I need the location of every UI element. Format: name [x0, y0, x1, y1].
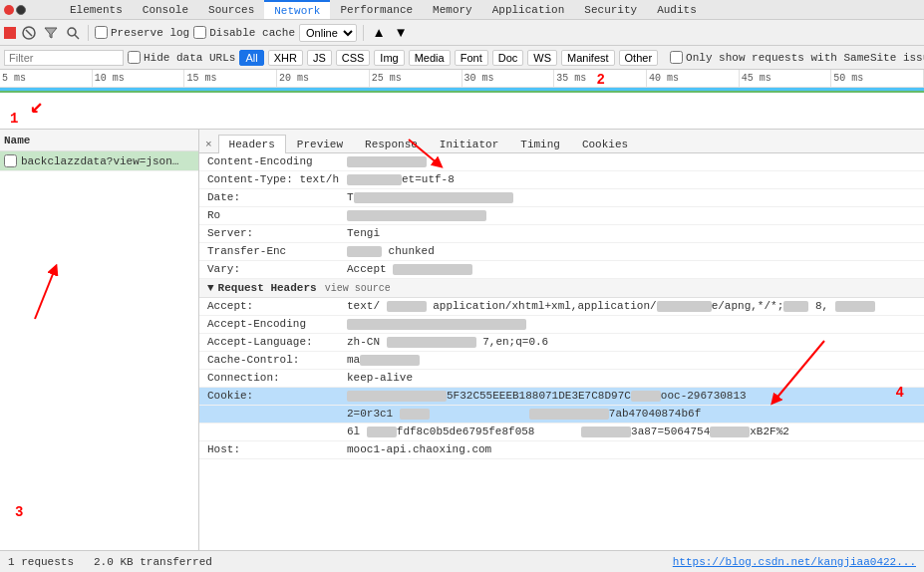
- cookie-row2-value: 2=0r3c1 7ab47040874b6f: [347, 408, 916, 420]
- download-button[interactable]: ▼: [392, 24, 410, 42]
- filter-js-btn[interactable]: JS: [307, 50, 332, 66]
- date-value: T: [347, 191, 916, 203]
- menu-security[interactable]: Security: [574, 0, 647, 19]
- disable-cache-label[interactable]: Disable cache: [193, 26, 295, 39]
- server-value: Tengi: [347, 227, 916, 239]
- content-encoding-value: [347, 155, 916, 167]
- cache-control-value: ma: [347, 354, 916, 366]
- filter-bar: Hide data URLs All XHR JS CSS Img Media …: [0, 46, 924, 70]
- vary-value: Accept: [347, 263, 916, 275]
- req-header-cache-control: Cache-Control: ma: [199, 352, 924, 370]
- server-key: Server:: [207, 227, 347, 239]
- filter-css-btn[interactable]: CSS: [336, 50, 371, 66]
- status-link[interactable]: https://blog.csdn.net/kangjiaa0422...: [673, 556, 916, 568]
- timeline-bars: ↙: [0, 88, 924, 129]
- request-name[interactable]: backclazzdata?view=json&rss...: [21, 155, 180, 167]
- menu-memory[interactable]: Memory: [423, 0, 482, 19]
- annotation-3: 3: [15, 504, 23, 520]
- search-button[interactable]: [64, 24, 82, 42]
- clear-button[interactable]: [20, 24, 38, 42]
- content-type-value: et=utf-8: [347, 173, 916, 185]
- hide-data-urls-label[interactable]: Hide data URLs: [128, 51, 235, 64]
- timeline-ruler: 5 ms 10 ms 15 ms 20 ms 25 ms 30 ms 35 ms…: [0, 70, 924, 88]
- tab-initiator[interactable]: Initiator: [429, 135, 509, 153]
- toolbar: Preserve log Disable cache Online ▲ ▼: [0, 20, 924, 46]
- cache-control-key: Cache-Control:: [207, 354, 347, 366]
- preserve-log-checkbox[interactable]: [95, 26, 108, 39]
- disable-cache-checkbox[interactable]: [193, 26, 206, 39]
- preserve-log-label[interactable]: Preserve log: [95, 26, 189, 39]
- close-tab-btn[interactable]: ×: [199, 137, 218, 152]
- accept-value: text/ application/xhtml+xml,application/…: [347, 300, 916, 312]
- tick-1: 5 ms: [0, 70, 93, 87]
- filter-all-btn[interactable]: All: [239, 50, 263, 66]
- menu-bar: Elements Console Sources Network Perform…: [0, 0, 924, 20]
- filter-xhr-btn[interactable]: XHR: [268, 50, 303, 66]
- tick-8: 40 ms: [647, 70, 740, 87]
- host-key: Host:: [207, 443, 347, 455]
- menu-audits[interactable]: Audits: [647, 0, 707, 19]
- tab-response[interactable]: Response: [354, 135, 429, 153]
- filter-media-btn[interactable]: Media: [409, 50, 451, 66]
- filter-manifest-btn[interactable]: Manifest: [561, 50, 615, 66]
- ro-key: Ro: [207, 209, 347, 221]
- upload-button[interactable]: ▲: [370, 24, 388, 42]
- view-source-link[interactable]: view source: [325, 283, 391, 294]
- menu-sources[interactable]: Sources: [198, 0, 264, 19]
- divider: [88, 25, 89, 41]
- throttle-select[interactable]: Online: [299, 24, 357, 42]
- svg-point-2: [68, 28, 76, 36]
- request-checkbox[interactable]: [4, 154, 17, 167]
- filter-img-btn[interactable]: Img: [374, 50, 404, 66]
- timeline-green-bar: [0, 91, 924, 93]
- tick-2: 10 ms: [93, 70, 185, 87]
- connection-key: Connection:: [207, 372, 347, 384]
- content-encoding-key: Content-Encoding: [207, 155, 347, 167]
- accept-key: Accept:: [207, 300, 347, 312]
- menu-elements[interactable]: Elements: [60, 0, 133, 19]
- kb-transferred: 2.0 KB transferred: [94, 556, 212, 568]
- req-header-accept: Accept: text/ application/xhtml+xml,appl…: [199, 298, 924, 316]
- menu-network[interactable]: Network: [264, 0, 330, 19]
- filter-input[interactable]: [4, 50, 124, 66]
- request-item[interactable]: backclazzdata?view=json&rss...: [0, 151, 198, 171]
- req-header-accept-language: Accept-Language: zh-CN 7,en;q=0.6: [199, 334, 924, 352]
- req-header-connection: Connection: keep-alive: [199, 370, 924, 388]
- menu-application[interactable]: Application: [482, 0, 575, 19]
- tick-3: 15 ms: [184, 70, 277, 87]
- menu-console[interactable]: Console: [133, 0, 198, 19]
- cookie-row3-value: 6l fdf8c0b5de6795fe8f058 3a87=5064754xB2…: [347, 426, 916, 437]
- hide-data-urls-checkbox[interactable]: [128, 51, 141, 64]
- filter-font-btn[interactable]: Font: [455, 50, 488, 66]
- request-headers-label: Request Headers: [218, 282, 317, 294]
- annotation-1: 1: [10, 111, 18, 127]
- tab-headers[interactable]: Headers: [218, 135, 286, 153]
- samesite-label[interactable]: Only show requests with SameSite issues: [670, 51, 924, 64]
- tick-9: 45 ms: [740, 70, 832, 87]
- left-panel-header: Name: [0, 130, 198, 151]
- vary-key: Vary:: [207, 263, 347, 275]
- tab-cookies[interactable]: Cookies: [571, 135, 639, 153]
- filter-ws-btn[interactable]: WS: [527, 50, 557, 66]
- tick-10: 50 ms: [831, 70, 924, 87]
- timeline-area: 5 ms 10 ms 15 ms 20 ms 25 ms 30 ms 35 ms…: [0, 70, 924, 130]
- cookie-row-2: 2=0r3c1 7ab47040874b6f: [199, 406, 924, 424]
- filter-other-btn[interactable]: Other: [619, 50, 659, 66]
- record-button[interactable]: [4, 27, 16, 39]
- accept-encoding-value: [347, 318, 916, 330]
- host-value: mooc1-api.chaoxing.com: [347, 443, 916, 455]
- tab-preview[interactable]: Preview: [286, 135, 354, 153]
- response-header-ro: Ro: [199, 207, 924, 225]
- filter-doc-btn[interactable]: Doc: [492, 50, 524, 66]
- accept-language-value: zh-CN 7,en;q=0.6: [347, 336, 916, 348]
- arrow-3-svg: [5, 249, 125, 329]
- request-headers-section[interactable]: ▼ Request Headers view source: [199, 279, 924, 298]
- divider2: [363, 25, 364, 41]
- req-header-cookie: Cookie: 5F32C55EEEB188071DE3E7C8D97Cooc-…: [199, 388, 924, 406]
- tab-timing[interactable]: Timing: [509, 135, 571, 153]
- menu-performance[interactable]: Performance: [330, 0, 423, 19]
- filter-icon[interactable]: [42, 24, 60, 42]
- requests-count: 1 requests: [8, 556, 74, 568]
- main-area: Name backclazzdata?view=json&rss... 3 × …: [0, 130, 924, 550]
- samesite-checkbox[interactable]: [670, 51, 683, 64]
